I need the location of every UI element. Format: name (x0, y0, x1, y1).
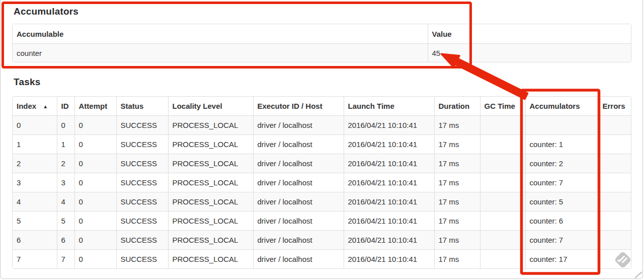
accumulators-heading: Accumulators (14, 6, 78, 17)
table-cell-errors (598, 116, 631, 135)
table-cell-gc_time (480, 192, 525, 212)
column-header-locality_level[interactable]: Locality Level (168, 97, 253, 116)
table-cell-attempt: 0 (74, 173, 116, 192)
table-cell-locality_level: PROCESS_LOCAL (168, 154, 253, 173)
table-cell-attempt: 0 (74, 250, 116, 269)
table-cell-locality_level: PROCESS_LOCAL (168, 116, 253, 135)
column-header-duration[interactable]: Duration (434, 97, 480, 116)
table-cell-locality_level: PROCESS_LOCAL (168, 192, 253, 212)
table-row: 000SUCCESSPROCESS_LOCALdriver / localhos… (13, 116, 631, 135)
table-cell-launch_time: 2016/04/21 10:10:41 (344, 192, 434, 212)
table-row: counter45 (13, 44, 631, 62)
column-header-label: Attempt (79, 102, 108, 110)
table-cell-duration: 17 ms (434, 250, 480, 269)
table-cell-accumulators: counter: 17 (525, 250, 598, 269)
tasks-table-body: 000SUCCESSPROCESS_LOCALdriver / localhos… (13, 116, 631, 269)
table-cell-locality_level: PROCESS_LOCAL (168, 250, 253, 269)
accumulators-table: AccumulableValuecounter45 (12, 24, 631, 62)
column-header-launch_time[interactable]: Launch Time (344, 97, 434, 116)
table-cell-status: SUCCESS (116, 192, 168, 212)
table-cell-duration: 17 ms (434, 116, 480, 135)
column-header-label: Errors (603, 102, 625, 110)
resize-grip-icon (632, 269, 644, 280)
table-cell-errors (598, 154, 631, 173)
column-header: Accumulable (13, 24, 428, 44)
table-cell-launch_time: 2016/04/21 10:10:41 (344, 231, 434, 250)
table-cell-launch_time: 2016/04/21 10:10:41 (344, 250, 434, 269)
column-header-index[interactable]: Index▲ (13, 97, 57, 116)
table-cell-accumulators: counter: 5 (525, 192, 598, 212)
table-cell-index: 3 (13, 173, 57, 192)
table-cell-attempt: 0 (74, 212, 116, 231)
table-cell-gc_time (480, 116, 525, 135)
table-cell-errors (598, 231, 631, 250)
column-header-id[interactable]: ID (57, 97, 74, 116)
column-header-status[interactable]: Status (116, 97, 168, 116)
table-cell-executor_id_host: driver / localhost (253, 135, 344, 154)
column-header-label: Status (121, 102, 144, 110)
table-cell-id: 7 (57, 250, 74, 269)
table-cell-id: 3 (57, 173, 74, 192)
table-cell-executor_id_host: driver / localhost (253, 231, 344, 250)
table-cell-locality_level: PROCESS_LOCAL (168, 135, 253, 154)
table-cell-duration: 17 ms (434, 212, 480, 231)
table-cell-locality_level: PROCESS_LOCAL (168, 212, 253, 231)
table-cell-launch_time: 2016/04/21 10:10:41 (344, 212, 434, 231)
table-row: 550SUCCESSPROCESS_LOCALdriver / localhos… (13, 212, 631, 231)
table-cell-gc_time (480, 135, 525, 154)
column-header-errors[interactable]: Errors (598, 97, 631, 116)
table-cell-accumulators: counter: 2 (525, 154, 598, 173)
table-cell-executor_id_host: driver / localhost (253, 212, 344, 231)
table-row: 770SUCCESSPROCESS_LOCALdriver / localhos… (13, 250, 631, 269)
column-header-gc_time[interactable]: GC Time (480, 97, 525, 116)
table-cell: counter (13, 44, 428, 62)
header-row: AccumulableValue (13, 24, 631, 44)
table-cell-launch_time: 2016/04/21 10:10:41 (344, 173, 434, 192)
table-cell: 45 (428, 44, 631, 62)
table-cell-errors (598, 192, 631, 212)
column-header-label: Index (17, 102, 36, 110)
table-cell-accumulators (525, 116, 598, 135)
table-cell-errors (598, 135, 631, 154)
table-cell-executor_id_host: driver / localhost (253, 173, 344, 192)
table-cell-status: SUCCESS (116, 154, 168, 173)
table-cell-duration: 17 ms (434, 192, 480, 212)
sort-ascending-icon: ▲ (43, 104, 48, 109)
table-cell-duration: 17 ms (434, 173, 480, 192)
table-cell-gc_time (480, 212, 525, 231)
table-row: 110SUCCESSPROCESS_LOCALdriver / localhos… (13, 135, 631, 154)
table-cell-index: 6 (13, 231, 57, 250)
header-row: Index▲IDAttemptStatusLocality LevelExecu… (13, 97, 631, 116)
column-header-label: Locality Level (173, 102, 222, 110)
table-cell-id: 2 (57, 154, 74, 173)
table-cell-errors (598, 212, 631, 231)
column-header-label: GC Time (485, 102, 515, 110)
table-cell-duration: 17 ms (434, 154, 480, 173)
accumulators-table-head: AccumulableValue (13, 24, 631, 44)
table-cell-errors (598, 173, 631, 192)
table-cell-id: 6 (57, 231, 74, 250)
table-cell-launch_time: 2016/04/21 10:10:41 (344, 116, 434, 135)
table-cell-attempt: 0 (74, 116, 116, 135)
table-cell-index: 1 (13, 135, 57, 154)
table-cell-accumulators: counter: 6 (525, 212, 598, 231)
table-cell-status: SUCCESS (116, 231, 168, 250)
tasks-table-head: Index▲IDAttemptStatusLocality LevelExecu… (13, 97, 631, 116)
table-cell-accumulators: counter: 1 (525, 135, 598, 154)
tasks-heading: Tasks (14, 77, 40, 88)
table-cell-attempt: 0 (74, 154, 116, 173)
table-cell-attempt: 0 (74, 135, 116, 154)
table-cell-attempt: 0 (74, 192, 116, 212)
table-cell-index: 0 (13, 116, 57, 135)
column-header: Value (428, 24, 631, 44)
table-cell-index: 4 (13, 192, 57, 212)
column-header-executor_id_host[interactable]: Executor ID / Host (253, 97, 344, 116)
table-cell-launch_time: 2016/04/21 10:10:41 (344, 135, 434, 154)
column-header-accumulators[interactable]: Accumulators (525, 97, 598, 116)
table-cell-status: SUCCESS (116, 173, 168, 192)
table-cell-accumulators: counter: 7 (525, 173, 598, 192)
table-cell-executor_id_host: driver / localhost (253, 116, 344, 135)
table-cell-errors (598, 250, 631, 269)
tasks-table: Index▲IDAttemptStatusLocality LevelExecu… (12, 96, 631, 269)
column-header-attempt[interactable]: Attempt (74, 97, 116, 116)
